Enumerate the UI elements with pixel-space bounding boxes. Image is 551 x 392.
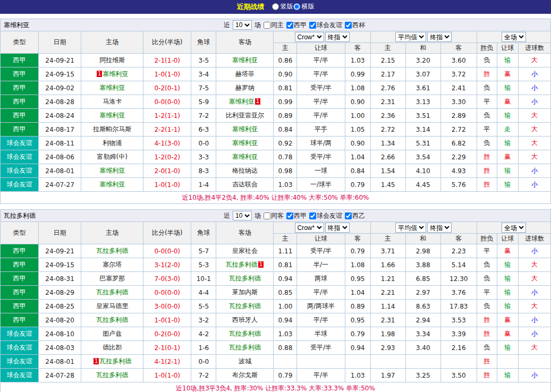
filter-check-0[interactable]: 同客 [263, 211, 284, 220]
odds-cell: 1.03 [274, 178, 297, 192]
team-label: 波城 [239, 357, 251, 365]
team-label: 阿拉维斯 [99, 56, 125, 64]
checkbox-input[interactable] [286, 212, 293, 219]
radio-input[interactable] [272, 3, 279, 10]
corners-cell: 3-2 [191, 313, 216, 327]
team-label: 马洛卡 [103, 98, 122, 105]
filter-bar: 近10场同主西甲球会友谊西杯 [224, 20, 365, 30]
filter-check-0[interactable]: 同主 [263, 21, 284, 30]
result-cell: 输 [497, 178, 518, 192]
checkbox-input[interactable] [345, 22, 352, 29]
date-cell: 24-08-10 [39, 327, 81, 341]
date-cell: 24-09-02 [39, 81, 81, 95]
odds-cell: 3.13 [405, 95, 440, 109]
result-cell: 小 [518, 178, 550, 192]
team-label: 拉斯帕尔马斯 [93, 125, 131, 133]
odds-source-select[interactable]: 全场 [502, 32, 526, 42]
corners-cell: 0-0 [191, 355, 216, 369]
away-team-cell: 比利亚雷亚尔 [216, 109, 274, 123]
home-team-cell: 图卢兹 [81, 327, 143, 341]
score-cell: 0-2(0-0) [143, 327, 191, 341]
odds-cell: 3.71 [370, 244, 405, 258]
match-row: 球会友谊24-08-11利物浦4-1(3-0)0-0塞维利亚0.92球半/两0.… [1, 137, 551, 150]
odds-cell: 受平/半 [297, 150, 345, 164]
odds-cell [345, 355, 370, 369]
col-header: 角球 [191, 222, 216, 244]
result-cell: 负 [477, 81, 497, 95]
team-section-1: 瓦拉多利德近10场同客西甲球会友谊西乙类型日期主场比分(半场)角球客场Crow*… [0, 209, 551, 392]
away-team-cell: 瓦拉多利德 [216, 300, 274, 313]
odds-source-select[interactable]: 平均值 [395, 223, 426, 233]
results-table: 类型日期主场比分(半场)角球客场Crow*终指平均值终指全场主让球客主和客胜负让… [0, 31, 551, 204]
odds-source-select[interactable]: Crow* [295, 223, 324, 233]
recent-count-select[interactable]: 10 [233, 20, 252, 30]
date-cell: 24-08-03 [39, 341, 81, 355]
odds-cell: 4.45 [405, 178, 440, 192]
result-cell: 输 [497, 341, 518, 355]
result-cell: 负 [477, 54, 497, 67]
result-cell: 负 [477, 341, 497, 355]
filter-check-2[interactable]: 球会友谊 [309, 21, 342, 30]
team-label: 莱加内斯 [232, 288, 258, 296]
league-cell: 西甲 [1, 300, 39, 313]
odds-cell: 3.60 [440, 54, 477, 67]
score-cell: 1-0(1-0) [143, 369, 191, 382]
score-cell: 1-0(1-0) [143, 178, 191, 192]
odds-source-select[interactable]: 全场 [502, 223, 526, 233]
filter-check-3[interactable]: 西杯 [344, 21, 365, 30]
odds-cell: 2.94 [405, 313, 440, 327]
score-cell: 1-2(0-2) [143, 150, 191, 164]
odds-cell: 3.34 [405, 327, 440, 341]
date-cell: 24-08-28 [39, 95, 81, 109]
radio-input[interactable] [293, 3, 300, 10]
checkbox-input[interactable] [345, 212, 352, 219]
odds-cell: 1.34 [370, 137, 405, 150]
odds-source-select[interactable]: 平均值 [395, 32, 426, 42]
score-cell: 1-0(1-0) [143, 67, 191, 81]
checkbox-input[interactable] [264, 212, 270, 219]
team-label: 比利亚雷亚尔 [226, 112, 264, 119]
team-label: 塞尔塔 [103, 261, 122, 268]
date-cell: 24-09-21 [39, 244, 81, 258]
odds-source-select[interactable]: 终指 [325, 223, 350, 233]
league-cell: 西甲 [1, 286, 39, 300]
filter-check-2[interactable]: 球会友谊 [309, 211, 342, 220]
away-team-cell: 吉达联合 [216, 178, 274, 192]
odds-source-select[interactable]: 终指 [427, 32, 452, 42]
score-cell: 0-0(0-0) [143, 244, 191, 258]
recent-count-select[interactable]: 10 [233, 211, 252, 220]
home-team-cell: 马洛卡 [81, 95, 143, 109]
odds-cell: 3.50 [440, 369, 477, 382]
layout-radio-0[interactable]: 竖版 [272, 2, 293, 11]
odds-source-select[interactable]: 终指 [325, 32, 350, 42]
odds-cell: 12.30 [440, 272, 477, 286]
odds-cell: 17.83 [440, 300, 477, 313]
result-cell: 大 [518, 300, 550, 313]
col-subheader: 让球 [297, 43, 345, 54]
checkbox-input[interactable] [309, 22, 316, 29]
filter-check-1[interactable]: 西甲 [286, 211, 307, 220]
checkbox-input[interactable] [286, 22, 293, 29]
odds-source-select[interactable]: Crow* [295, 32, 324, 42]
checkbox-input[interactable] [309, 212, 316, 219]
filter-check-1[interactable]: 西甲 [286, 21, 307, 30]
checkbox-input[interactable] [264, 22, 270, 29]
page-title: 近期战绩 [237, 2, 265, 12]
away-team-cell: 塞维利亚 [216, 123, 274, 137]
result-cell: 大 [518, 272, 550, 286]
col-header: 比分(半场) [143, 31, 191, 54]
team-label: 瓦拉多利德 [96, 316, 128, 323]
result-cell: 大 [518, 341, 550, 355]
score-cell: 0-0(0-0) [143, 95, 191, 109]
odds-source-select[interactable]: 终指 [427, 223, 452, 233]
layout-radio-1[interactable]: 横版 [293, 2, 315, 11]
result-cell: 赢 [497, 67, 518, 81]
league-cell: 西甲 [1, 109, 39, 123]
match-row: 西甲24-09-151塞维利亚1-0(1-0)3-4赫塔菲0.90平/半0.99… [1, 67, 551, 81]
date-cell: 24-08-20 [39, 313, 81, 327]
col-subheader: 主 [274, 43, 297, 54]
filter-check-3[interactable]: 西乙 [344, 211, 365, 220]
home-team-cell: 瓦拉多利德 [81, 313, 143, 327]
league-cell: 球会友谊 [1, 341, 39, 355]
team-label: 塞维利亚 [99, 181, 125, 188]
